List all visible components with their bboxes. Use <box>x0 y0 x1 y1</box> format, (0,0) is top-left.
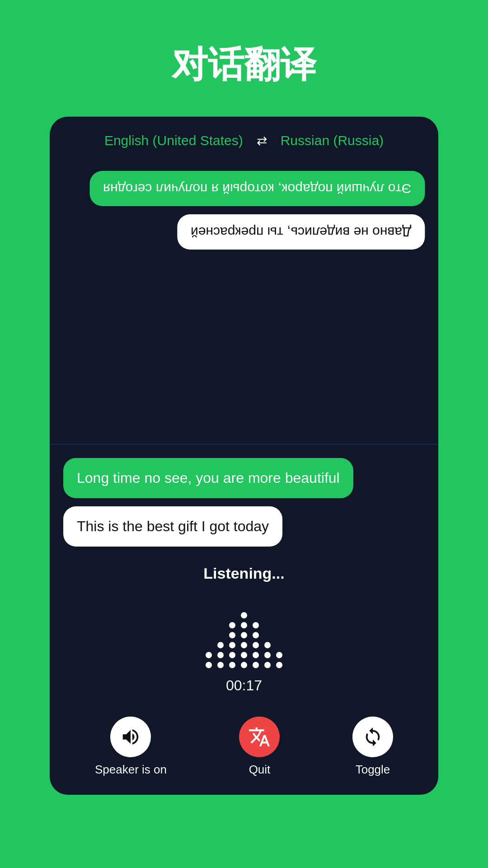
swap-icon[interactable]: ⇄ <box>257 133 267 148</box>
top-chat-area: Это лучший подарок, который я получил се… <box>50 162 438 444</box>
wave-col-4 <box>241 612 247 668</box>
dot <box>253 622 259 628</box>
top-white-bubble: Давно не виделись, ты прекрасней <box>177 214 425 250</box>
wave-col-2 <box>217 642 224 668</box>
dot <box>229 622 235 628</box>
target-language[interactable]: Russian (Russia) <box>281 133 384 148</box>
language-bar: English (United States) ⇄ Russian (Russi… <box>50 117 438 162</box>
bottom-chat-area: Long time no see, you are more beautiful… <box>50 444 438 556</box>
dot <box>276 662 282 668</box>
listening-section: Listening... <box>50 556 438 708</box>
dot <box>206 662 212 668</box>
timer: 00:17 <box>226 677 262 694</box>
dot <box>229 632 235 638</box>
dot <box>241 612 247 618</box>
dot <box>253 632 259 638</box>
controls-bar: Speaker is on Quit Toggle <box>50 708 438 795</box>
waveform <box>206 596 282 668</box>
toggle-control[interactable]: Toggle <box>352 717 393 777</box>
dot <box>253 652 259 658</box>
dot <box>229 662 235 668</box>
dot <box>241 652 247 658</box>
wave-col-5 <box>253 622 259 668</box>
dot <box>241 642 247 648</box>
quit-label: Quit <box>249 763 271 777</box>
dot <box>264 642 271 648</box>
listening-status: Listening... <box>203 565 284 582</box>
dot <box>206 652 212 658</box>
dot <box>276 652 282 658</box>
quit-control[interactable]: Quit <box>239 717 280 777</box>
dot <box>264 652 271 658</box>
toggle-icon <box>362 726 383 747</box>
dot <box>217 642 224 648</box>
wave-col-1 <box>206 652 212 668</box>
toggle-button[interactable] <box>352 717 393 757</box>
dot <box>253 662 259 668</box>
speaker-button[interactable] <box>110 717 151 757</box>
dot <box>241 632 247 638</box>
dot <box>229 642 235 648</box>
page-title: 对话翻译 <box>172 41 316 90</box>
translate-icon <box>248 726 271 748</box>
dot <box>253 642 259 648</box>
quit-button[interactable] <box>239 717 280 757</box>
wave-col-6 <box>264 642 271 668</box>
toggle-label: Toggle <box>356 763 390 777</box>
dot <box>217 652 224 658</box>
dot <box>241 622 247 628</box>
dot <box>241 662 247 668</box>
wave-col-7 <box>276 652 282 668</box>
dot <box>264 662 271 668</box>
top-green-bubble: Это лучший подарок, который я получил се… <box>89 171 425 206</box>
speaker-label: Speaker is on <box>95 763 167 777</box>
speaker-icon <box>120 726 141 747</box>
bottom-white-bubble: This is the best gift I got today <box>63 506 282 547</box>
main-card: English (United States) ⇄ Russian (Russi… <box>50 117 438 795</box>
speaker-control[interactable]: Speaker is on <box>95 717 167 777</box>
wave-col-3 <box>229 622 235 668</box>
source-language[interactable]: English (United States) <box>104 133 243 148</box>
dot <box>217 662 224 668</box>
dot <box>229 652 235 658</box>
bottom-green-bubble: Long time no see, you are more beautiful <box>63 458 353 498</box>
